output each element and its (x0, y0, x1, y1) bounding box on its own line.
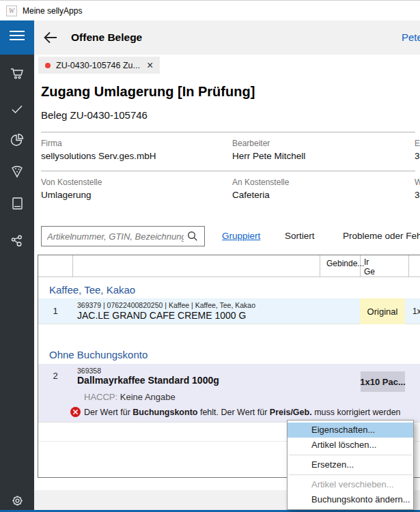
column-divider (408, 255, 409, 277)
user-link[interactable]: Pete (402, 20, 420, 55)
menu-item-eigenschaften[interactable]: Eigenschaften... (288, 423, 413, 438)
column-divider (72, 255, 73, 277)
row-number: 2 (38, 371, 72, 381)
document-title: Zugang Umlagerung [In Prüfung] (41, 84, 255, 100)
sidebar-item-cart[interactable] (0, 61, 34, 85)
cart-icon (9, 65, 25, 81)
field-value-clipped: 3 (415, 190, 420, 200)
menu-separator (289, 474, 412, 475)
field-label-von-kostenstelle: Von Kostenstelle (41, 177, 102, 187)
haccp-label: HACCP: (84, 392, 117, 402)
error-field-name: Preis/Geb. (270, 408, 312, 417)
check-icon (9, 101, 25, 117)
field-value-bearbeiter: Herr Pete Mitchell (232, 151, 305, 161)
sidebar-item-pizza[interactable] (0, 160, 34, 183)
error-text: muss korrigiert werden (312, 408, 401, 417)
page-title: Offene Belege (71, 20, 142, 55)
sidebar-item-pie-chart[interactable] (0, 128, 34, 152)
column-header-gebinde[interactable]: Gebinde... (326, 259, 364, 268)
error-field-name: Buchungskonto (132, 408, 197, 417)
tab-close-icon[interactable]: × (147, 60, 153, 71)
share-icon (9, 233, 25, 249)
menu-item-buchungskonto-aendern[interactable]: Buchungskonto ändern... (288, 492, 413, 507)
pizza-slice-icon (9, 163, 25, 180)
gebinde-cell[interactable]: Original (360, 298, 405, 324)
back-arrow-icon (41, 28, 60, 47)
hamburger-menu-button[interactable] (0, 20, 34, 55)
hamburger-icon (10, 39, 25, 40)
sidebar-item-share[interactable] (0, 229, 34, 253)
unsaved-dot-icon (45, 63, 51, 68)
field-value-clipped: 3 (415, 151, 420, 161)
menu-item-ersetzen[interactable]: Ersetzen... (288, 457, 413, 472)
nav-header (0, 20, 420, 55)
pack-badge[interactable]: 1x10 Pac... (361, 371, 405, 392)
article-meta: 369358 (77, 367, 101, 375)
tab-label: ZU-0430-105746 Zu... (56, 61, 140, 70)
search-input[interactable] (41, 226, 205, 246)
back-button[interactable] (41, 28, 60, 47)
title-bar: W Meine sellyApps (0, 0, 420, 20)
sidebar-item-book[interactable] (0, 192, 34, 215)
field-label-clipped: W (415, 177, 420, 187)
column-header-line1: Ir (364, 257, 369, 267)
divider (41, 132, 415, 132)
haccp-line: HACCP: Keine Angabe (84, 392, 176, 402)
field-value-firma: sellysolutions Serv.ges.mbH (41, 151, 156, 161)
error-text: Der Wert für (84, 408, 132, 417)
table-header-row: Gebinde... Ir Ge (38, 255, 420, 277)
view-option-gruppiert[interactable]: Gruppiert (222, 226, 260, 246)
field-label-clipped: E (415, 139, 420, 148)
article-name: JAC.LE GRAND CAFE CREME 1000 G (77, 310, 246, 321)
app-logo-icon: W (6, 5, 17, 16)
document-subtitle: Beleg ZU-0430-105746 (41, 109, 148, 121)
sidebar-item-settings[interactable] (0, 489, 34, 512)
view-option-probleme[interactable]: Probleme oder Feh (343, 226, 420, 246)
search-icon (187, 231, 198, 242)
article-meta: 369379 | 07622400820250 | Kaffee | Kaffe… (77, 301, 255, 309)
tab-beleg[interactable]: ZU-0430-105746 Zu... × (38, 57, 160, 74)
settings-gear-icon (10, 493, 25, 509)
validation-error: Der Wert für Buchungskonto fehlt. Der We… (70, 407, 401, 417)
article-name: Dallmayrkaffee Standard 1000g (77, 375, 219, 386)
hamburger-icon (10, 35, 25, 36)
field-label-an-kostenstelle: An Kostenstelle (232, 177, 289, 187)
field-label-bearbeiter: Bearbeiter (232, 139, 270, 148)
book-icon (9, 195, 25, 212)
hamburger-icon (10, 31, 25, 32)
menu-separator (289, 455, 412, 455)
table-row[interactable]: 1 369379 | 07622400820250 | Kaffee | Kaf… (38, 298, 420, 324)
field-label-firma: Firma (41, 139, 62, 148)
menu-item-artikel-loeschen[interactable]: Artikel löschen... (288, 438, 413, 453)
divider (41, 171, 415, 171)
menu-item-artikel-verschieben: Artikel verschieben... (288, 477, 413, 492)
clipped-cell-value: 1x (412, 298, 420, 324)
group-header-kaffee[interactable]: Kaffee, Tee, Kakao (49, 284, 135, 296)
table-row[interactable]: 2 369358 Dallmayrkaffee Standard 1000g H… (38, 364, 420, 423)
column-header-line2: Ge (364, 267, 375, 276)
view-option-sortiert[interactable]: Sortiert (285, 226, 315, 246)
sidebar-item-check[interactable] (0, 98, 34, 121)
row-number: 1 (38, 306, 72, 316)
error-icon (70, 407, 81, 417)
haccp-value: Keine Angabe (117, 392, 176, 402)
field-value-an-kostenstelle: Cafeteria (232, 190, 270, 200)
group-header-ohne-buchungskonto[interactable]: Ohne Buchungskonto (49, 349, 148, 360)
column-divider (320, 255, 320, 277)
field-value-von-kostenstelle: Umlagerung (41, 190, 92, 200)
pie-chart-icon (9, 132, 25, 148)
column-header-clipped[interactable]: Ir Ge (364, 257, 375, 276)
context-menu: Eigenschaften... Artikel löschen... Erse… (287, 420, 414, 510)
error-text: fehlt. Der Wert für (197, 408, 269, 417)
window-title: Meine sellyApps (23, 1, 82, 21)
sidebar (0, 55, 34, 512)
